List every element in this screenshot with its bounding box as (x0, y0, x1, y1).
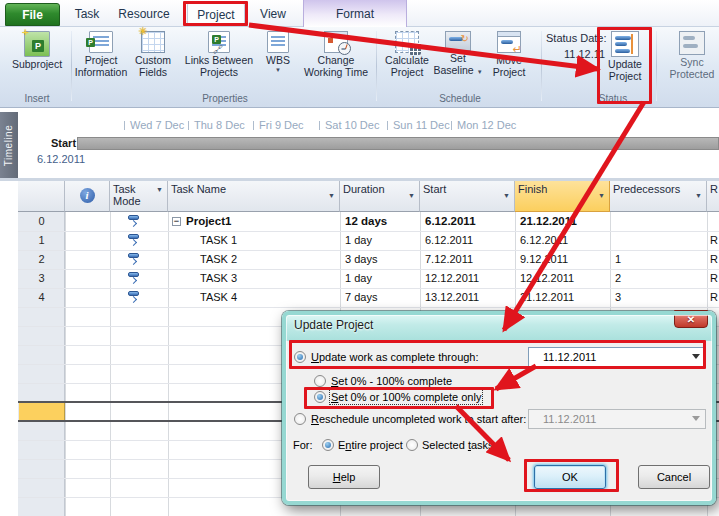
tab-project[interactable]: Project (187, 3, 245, 26)
resource-cell[interactable]: R (710, 272, 718, 284)
entire-project-radio-label[interactable]: Entire project (338, 439, 403, 451)
predecessors-cell[interactable]: 3 (615, 291, 621, 303)
row-number-cell[interactable]: 3 (18, 272, 65, 284)
start-cell[interactable]: 6.12.2011 (425, 215, 476, 227)
custom-fields-icon: ✳ (141, 31, 165, 53)
finish-cell[interactable]: 9.12.2011 (520, 253, 568, 265)
reschedule-radio[interactable] (294, 413, 306, 425)
row-number-cell[interactable]: 0 (18, 215, 65, 227)
help-button[interactable]: Help (308, 465, 380, 489)
finish-cell[interactable]: 6.12.2011 (520, 234, 568, 246)
entire-project-radio[interactable] (322, 439, 334, 451)
set-0-or-100-only-radio[interactable] (314, 391, 326, 403)
task-name-cell[interactable]: TASK 3 (200, 272, 237, 284)
row-number-cell[interactable]: 4 (18, 291, 65, 303)
duration-cell[interactable]: 1 day (345, 272, 372, 284)
filter-arrow-icon[interactable]: ▼ (328, 193, 335, 199)
timeline-bar[interactable] (77, 137, 719, 150)
move-project-button[interactable]: ↵ Move Project (484, 31, 534, 78)
ok-button[interactable]: OK (534, 465, 606, 489)
update-work-radio[interactable] (294, 351, 306, 363)
change-working-time-button[interactable]: Change Working Time (298, 31, 374, 78)
start-cell[interactable]: 13.12.2011 (425, 291, 479, 303)
duration-cell[interactable]: 3 days (345, 253, 377, 265)
row-number-cell[interactable]: 2 (18, 253, 65, 265)
cancel-button[interactable]: Cancel (638, 465, 710, 489)
grid-row-line (18, 269, 719, 270)
filter-arrow-icon[interactable]: ▼ (695, 193, 702, 199)
filter-arrow-icon[interactable]: ▼ (598, 193, 605, 199)
update-work-radio-label[interactable]: Update work as complete through: (311, 351, 479, 363)
tab-resource[interactable]: Resource (113, 3, 175, 26)
row-number-cell[interactable]: 1 (18, 234, 65, 246)
close-icon[interactable]: ✕ (674, 310, 708, 328)
task-name-cell[interactable]: TASK 1 (200, 234, 237, 246)
finish-header-highlighted[interactable]: Finish ▼ (515, 181, 610, 212)
task-name-text: TASK 2 (200, 253, 237, 265)
selected-row-number-cell[interactable] (19, 403, 65, 420)
resource-cell[interactable]: R (710, 291, 718, 303)
task-name-cell[interactable]: TASK 4 (200, 291, 237, 303)
reschedule-radio-label[interactable]: Reschedule uncompleted work to start aft… (311, 413, 526, 425)
collapse-icon[interactable]: − (172, 217, 181, 226)
selected-tasks-radio-label[interactable]: Selected tasks (422, 439, 494, 451)
finish-cell[interactable]: 21.12.2011 (520, 215, 577, 227)
tab-task[interactable]: Task (62, 3, 112, 26)
links-between-projects-button[interactable]: P 🔗︎ Links Between Projects (176, 31, 262, 78)
task-name-header[interactable]: Task Name ▼ (168, 181, 340, 212)
start-cell[interactable]: 12.12.2011 (425, 272, 479, 284)
resource-header-cut[interactable]: R (707, 181, 719, 212)
resource-cell[interactable]: R (710, 253, 718, 265)
duration-header[interactable]: Duration ▼ (340, 181, 420, 212)
tab-view[interactable]: View (250, 3, 296, 26)
sync-protected-button[interactable]: Sync Protected (662, 31, 719, 80)
tab-format[interactable]: Format (322, 3, 388, 26)
calculate-project-button[interactable]: Calculate Project (380, 31, 434, 78)
row-number-header[interactable] (18, 181, 65, 212)
calculate-project-icon (395, 31, 419, 53)
project-information-button[interactable]: P Project Information (70, 31, 132, 78)
filter-arrow-icon[interactable]: ▼ (408, 193, 415, 199)
predecessors-header[interactable]: Predecessors ▼ (610, 181, 707, 212)
duration-cell[interactable]: 12 days (345, 215, 387, 227)
timeline-tick (319, 121, 320, 130)
set-0-or-100-only-radio-label[interactable]: Set 0% or 100% complete only (331, 391, 481, 403)
predecessors-cell[interactable]: 1 (615, 253, 621, 265)
duration-cell[interactable]: 7 days (345, 291, 377, 303)
filter-arrow-icon[interactable]: ▼ (156, 187, 163, 193)
finish-cell[interactable]: 12.12.2011 (520, 272, 574, 284)
task-mode-header[interactable]: Task Mode ▼ (110, 181, 168, 212)
start-cell[interactable]: 7.12.2011 (425, 253, 473, 265)
finish-cell[interactable]: 21.12.2011 (520, 291, 574, 303)
start-header[interactable]: Start ▼ (420, 181, 515, 212)
status-date-value[interactable]: 11.12.11 (564, 48, 605, 60)
predecessors-cell[interactable]: 2 (615, 272, 621, 284)
subproject-button[interactable]: + P Subproject (8, 31, 66, 71)
custom-fields-button[interactable]: ✳ Custom Fields (130, 31, 176, 78)
start-cell[interactable]: 6.12.2011 (425, 234, 473, 246)
task-mode-icon (128, 215, 142, 228)
tab-file[interactable]: File (5, 3, 60, 26)
complete-through-date-combo[interactable]: 11.12.2011 (528, 347, 706, 367)
task-name-text: TASK 3 (200, 272, 237, 284)
combo-dropdown-arrow-icon[interactable] (692, 354, 700, 359)
task-name-cell[interactable]: TASK 2 (200, 253, 237, 265)
wbs-button[interactable]: WBS ▼ (258, 31, 298, 73)
timeline-tick (253, 121, 254, 130)
set-baseline-button[interactable]: ↻ Set Baseline ▼ (432, 31, 484, 76)
wbs-icon (267, 31, 289, 53)
update-project-button[interactable]: Update Project (600, 31, 650, 82)
task-mode-icon (128, 291, 142, 304)
timeline-tick (124, 121, 125, 130)
task-name-cell[interactable]: −Project1 (172, 215, 231, 227)
info-column-header[interactable]: i (65, 181, 110, 212)
set-0-100-radio[interactable] (314, 375, 326, 387)
selected-tasks-radio[interactable] (406, 439, 418, 451)
reschedule-date-combo-disabled: 11.12.2011 (528, 409, 706, 429)
duration-cell[interactable]: 1 day (345, 234, 372, 246)
resource-cell[interactable]: R (710, 234, 718, 246)
timeline-tick (387, 121, 388, 130)
dialog-title-bar[interactable]: Update Project (282, 311, 716, 341)
set-0-100-radio-label[interactable]: Set 0% - 100% complete (331, 375, 452, 387)
filter-arrow-icon[interactable]: ▼ (503, 193, 510, 199)
